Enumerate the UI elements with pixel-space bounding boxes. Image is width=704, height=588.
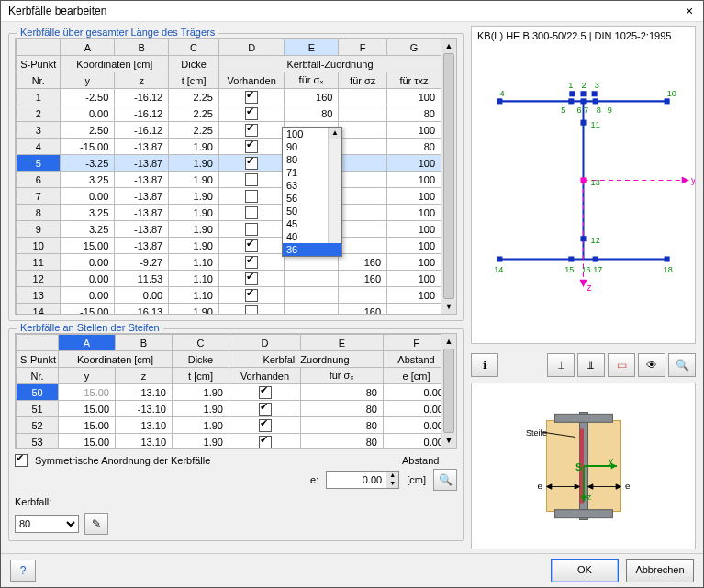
table-row[interactable]: 110.00-9.271.10160100 <box>17 254 441 271</box>
col2-F[interactable]: F <box>384 335 442 351</box>
table-row[interactable]: 130.000.001.10100 <box>17 287 441 304</box>
vorhanden-checkbox[interactable] <box>245 157 258 170</box>
svg-text:6 7: 6 7 <box>576 105 588 115</box>
vorhanden-checkbox[interactable] <box>259 436 272 449</box>
abstand-unit: [cm] <box>407 474 426 485</box>
svg-text:12: 12 <box>591 236 600 245</box>
info-button[interactable]: ℹ <box>471 353 498 377</box>
svg-rect-8 <box>580 91 586 96</box>
vorhanden-checkbox[interactable] <box>245 173 258 186</box>
symmetrisch-checkbox[interactable] <box>15 454 28 467</box>
kerbfall-select[interactable]: 80 <box>15 515 79 533</box>
view-detail-button[interactable]: ▭ <box>608 353 635 377</box>
view-eye-button[interactable]: 👁 <box>638 353 665 377</box>
table-row[interactable]: 52-15.0013.101.90800.00 <box>17 417 442 434</box>
table-row[interactable]: 20.00-16.122.258080 <box>17 105 441 122</box>
close-icon[interactable]: × <box>676 1 703 21</box>
view-search-button[interactable]: 🔍 <box>668 353 696 377</box>
sigma-x-dropdown-list[interactable]: ▲▼ 100908071635650454036 <box>282 127 342 257</box>
head2-t: t [cm] <box>173 368 229 384</box>
table-row[interactable]: 5315.0013.101.90800.00 <box>17 434 442 449</box>
table-row[interactable]: 4-15.00-13.871.908080 <box>17 139 441 155</box>
table-steifen[interactable]: A B C D E F S-Punkt Koordinaten [cm] Dic… <box>16 334 441 449</box>
pick-abstand-button[interactable]: 🔍 <box>433 469 457 491</box>
svg-rect-40 <box>554 414 612 422</box>
head2-ab: Abstand <box>384 351 442 368</box>
svg-rect-41 <box>554 510 612 518</box>
table-row[interactable]: 50-15.00-13.101.90800.00 <box>17 384 442 401</box>
col2-D[interactable]: D <box>229 335 301 351</box>
cancel-button[interactable]: Abbrechen <box>626 559 694 582</box>
col-C[interactable]: C <box>169 39 219 56</box>
vorhanden-checkbox[interactable] <box>245 124 258 137</box>
vorhanden-checkbox[interactable] <box>245 289 258 302</box>
head-sz: für σz <box>339 72 387 89</box>
vorhanden-checkbox[interactable] <box>245 140 258 153</box>
table-row[interactable]: 93.25-13.871.90100 <box>17 221 441 238</box>
abstand-input[interactable] <box>327 473 386 486</box>
svg-rect-20 <box>665 256 670 261</box>
table-row[interactable]: 5-3.25-13.871.90160▾…100 <box>17 155 441 172</box>
table-row[interactable]: 120.0011.531.10160100 <box>17 271 441 287</box>
vorhanden-checkbox[interactable] <box>245 107 258 120</box>
table2-vscroll[interactable]: ▲▼ <box>441 334 456 448</box>
vorhanden-checkbox[interactable] <box>245 239 258 252</box>
svg-rect-21 <box>580 177 586 183</box>
window-title: Kerbfälle bearbeiten <box>8 5 676 17</box>
head-vorh: Vorhanden <box>218 72 285 89</box>
table-traeger[interactable]: A B C D E F G S-Punkt Koordinaten [cm] D… <box>16 39 441 314</box>
svg-text:16 17: 16 17 <box>581 265 602 274</box>
dropdown-option[interactable]: 36 <box>283 243 341 256</box>
group1-title: Kerbfälle über gesamter Länge des Träger… <box>17 27 218 38</box>
view-section-button[interactable]: ⟂ <box>547 353 575 377</box>
table-row[interactable]: 63.25-13.871.90100 <box>17 172 441 188</box>
head2-y: y <box>59 368 116 384</box>
col-F[interactable]: F <box>339 39 387 56</box>
svg-text:8: 8 <box>597 105 601 115</box>
table-row[interactable]: 14-15.0016.131.90160 <box>17 304 441 315</box>
table-row[interactable]: 83.25-13.871.90100 <box>17 205 441 221</box>
svg-text:11: 11 <box>591 120 600 129</box>
vorhanden-checkbox[interactable] <box>259 419 272 432</box>
view-beam1-button[interactable]: ⫫ <box>577 353 605 377</box>
table-row[interactable]: 1-2.50-16.122.25160100 <box>17 89 441 105</box>
head2-kz: Kerbfall-Zuordnung <box>229 351 384 368</box>
vorhanden-checkbox[interactable] <box>259 386 272 399</box>
table-row[interactable]: 5115.00-13.101.90800.00 <box>17 401 442 417</box>
col-E[interactable]: E <box>285 39 339 56</box>
svg-text:5: 5 <box>561 105 565 115</box>
help-button[interactable]: ? <box>10 560 36 582</box>
col-B[interactable]: B <box>115 39 169 56</box>
table-row[interactable]: 1015.00-13.871.90100 <box>17 238 441 254</box>
col2-A[interactable]: A <box>59 335 116 351</box>
vorhanden-checkbox[interactable] <box>245 206 258 219</box>
svg-text:9: 9 <box>608 105 612 115</box>
vorhanden-checkbox[interactable] <box>245 223 258 236</box>
vorhanden-checkbox[interactable] <box>245 190 258 203</box>
col2-C[interactable]: C <box>173 335 229 351</box>
svg-text:14: 14 <box>494 265 503 274</box>
vorhanden-checkbox[interactable] <box>259 403 272 416</box>
head-t: t [cm] <box>169 72 219 89</box>
col-G[interactable]: G <box>387 39 441 56</box>
vorhanden-checkbox[interactable] <box>245 272 258 285</box>
vorhanden-checkbox[interactable] <box>245 256 258 269</box>
ok-button[interactable]: OK <box>551 559 619 582</box>
svg-rect-17 <box>497 256 502 261</box>
table-row[interactable]: 32.50-16.122.25160100 <box>17 122 441 139</box>
vorhanden-checkbox[interactable] <box>245 305 258 314</box>
svg-rect-12 <box>580 98 586 104</box>
diagram-s-label: S <box>575 461 582 472</box>
col2-E[interactable]: E <box>301 335 384 351</box>
abstand-spinner[interactable]: ▲▼ <box>326 471 399 489</box>
axis-y-label: y <box>691 175 695 185</box>
table-row[interactable]: 70.00-13.871.90100 <box>17 188 441 205</box>
head2-dicke: Dicke <box>173 351 229 368</box>
kerbfall-label: Kerbfall: <box>15 496 51 507</box>
col2-B[interactable]: B <box>116 335 173 351</box>
vorhanden-checkbox[interactable] <box>245 91 258 104</box>
col-A[interactable]: A <box>61 39 115 56</box>
table1-vscroll[interactable]: ▲▼ <box>441 39 456 314</box>
pick-kerbfall-button[interactable]: ✎ <box>84 513 108 535</box>
col-D[interactable]: D <box>218 39 285 56</box>
